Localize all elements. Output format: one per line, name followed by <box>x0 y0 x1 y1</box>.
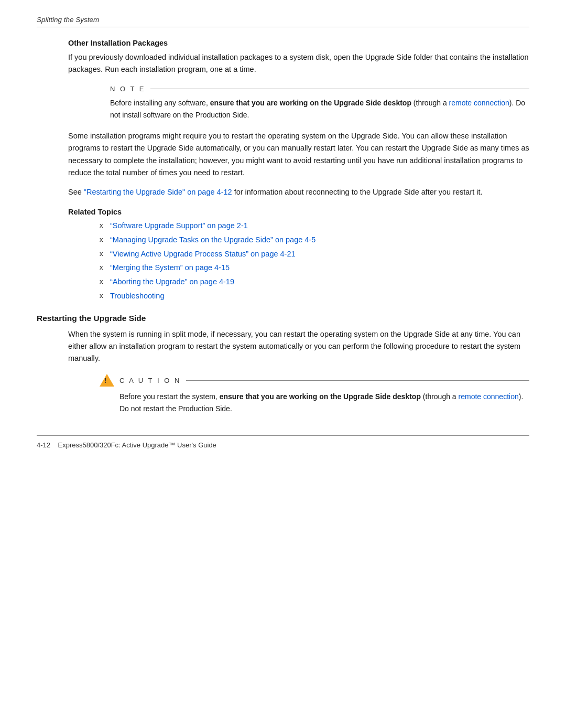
related-topics-list: “Software Upgrade Support” on page 2-1 “… <box>100 220 529 302</box>
related-topic-link-2[interactable]: “Managing Upgrade Tasks on the Upgrade S… <box>110 235 315 244</box>
other-installation-body3: See "Restarting the Upgrade Side" on pag… <box>68 186 529 198</box>
note-line <box>150 89 529 89</box>
header-rule <box>37 27 529 27</box>
caution-line <box>186 380 529 381</box>
other-installation-packages-title: Other Installation Packages <box>68 39 529 47</box>
footer-page-number: 4-12 <box>37 441 50 449</box>
note-body: Before installing any software, ensure t… <box>110 97 529 121</box>
note-remote-connection-link[interactable]: remote connection <box>449 99 509 107</box>
note-box: N O T E Before installing any software, … <box>110 85 529 121</box>
footer-rule <box>37 435 529 436</box>
header-breadcrumb: Splitting the System <box>37 16 529 24</box>
footer-product: Express5800/320Fc: Active Upgrade™ User'… <box>58 441 216 449</box>
caution-triangle-icon <box>100 374 114 387</box>
list-item: “Managing Upgrade Tasks on the Upgrade S… <box>100 234 529 246</box>
related-topics-section: Related Topics “Software Upgrade Support… <box>68 208 529 302</box>
footer: 4-12 Express5800/320Fc: Active Upgrade™ … <box>37 441 529 449</box>
related-topic-link-5[interactable]: “Aborting the Upgrade” on page 4-19 <box>110 277 234 286</box>
restarting-upgrade-side-title: Restarting the Upgrade Side <box>37 314 529 323</box>
caution-label: C A U T I O N <box>119 377 181 384</box>
restarting-upgrade-side-link[interactable]: "Restarting the Upgrade Side" on page 4-… <box>84 188 232 196</box>
caution-remote-connection-link[interactable]: remote connection <box>459 392 519 401</box>
restarting-upgrade-body1: When the system is running in split mode… <box>68 328 529 365</box>
note-label: N O T E <box>110 85 145 93</box>
caution-body: Before you restart the system, ensure th… <box>119 391 529 414</box>
list-item: “Aborting the Upgrade” on page 4-19 <box>100 276 529 288</box>
other-installation-body2: Some installation programs might require… <box>68 130 529 179</box>
list-item: Troubleshooting <box>100 291 529 302</box>
related-topics-title: Related Topics <box>68 208 529 216</box>
caution-box: C A U T I O N Before you restart the sys… <box>100 374 529 414</box>
list-item: “Software Upgrade Support” on page 2-1 <box>100 220 529 232</box>
restarting-upgrade-side-section: Restarting the Upgrade Side When the sys… <box>37 314 529 414</box>
related-topic-link-1[interactable]: “Software Upgrade Support” on page 2-1 <box>110 221 248 230</box>
related-topic-link-3[interactable]: “Viewing Active Upgrade Process Status” … <box>110 250 296 258</box>
list-item: “Viewing Active Upgrade Process Status” … <box>100 249 529 260</box>
list-item: “Merging the System” on page 4-15 <box>100 262 529 274</box>
related-topic-link-troubleshooting[interactable]: Troubleshooting <box>110 292 164 300</box>
related-topic-link-4[interactable]: “Merging the System” on page 4-15 <box>110 263 230 272</box>
other-installation-body1: If you previously downloaded individual … <box>68 51 529 76</box>
